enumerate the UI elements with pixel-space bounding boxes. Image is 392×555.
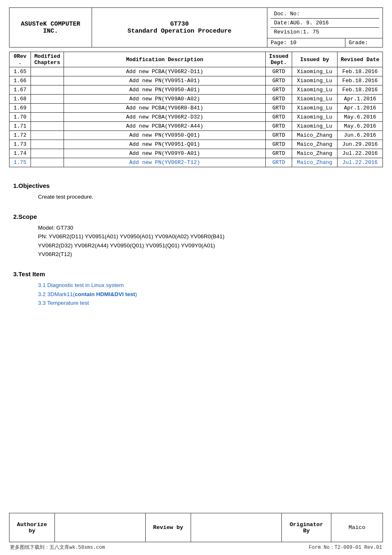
rev-table-row: 1.73Add new PN(YV0951-Q01)GRTDMaico_Zhan… [9,140,383,149]
test-item-31[interactable]: 3.1 Diagnostic test in Linux system [38,281,379,290]
col-rev: 0Rev. [9,52,31,67]
rev-cell: GRTD [266,104,292,113]
page: ASUSTeK COMPUTER INC. GT730 Standard Ope… [0,0,392,555]
rev-cell [31,104,64,113]
rev-cell: Maico_Zhang [292,140,338,149]
test-item-32[interactable]: 3.2 3DMark11(contain HDMI&DVI test) [38,290,379,299]
company-name: ASUSTeK COMPUTER INC. [9,8,92,47]
rev-cell: Add new PN(YV0950-Q01) [64,131,266,140]
rev-cell [31,113,64,122]
test-item-title: 3.Test Item [13,270,379,278]
rev-cell: Add new PN(YV0950-A01) [64,85,266,95]
rev-cell: 1.70 [9,113,31,122]
rev-cell [31,85,64,95]
originator-value: Maico [331,513,383,542]
rev-cell [31,158,64,167]
rev-cell: 1.67 [9,85,31,95]
rev-table-row: 1.68Add new PN(YV09A0-A02)GRTDXiaoming_L… [9,95,383,104]
scope-title: 2.Scope [13,213,379,220]
bottom-bar: 更多图纸下载到：五八文库wk.58sms.com Form No：T2-009-… [9,544,383,551]
test-item-33[interactable]: 3.3 Temperature test [38,299,379,308]
rev-cell: Feb.18.2016 [338,76,383,85]
grade-label: Grade: [345,38,383,47]
rev-cell: 1.69 [9,104,31,113]
rev-cell: Add new PCBA(YV06R0-B41) [64,104,266,113]
rev-cell: May.6.2016 [338,122,383,131]
rev-table-row: 1.74Add new PN(YV09Y0-A01)GRTDMaico_Zhan… [9,149,383,158]
rev-cell: Add new PN(YV09A0-A02) [64,95,266,104]
date-row: Date:AUG. 9. 2016 [271,19,379,28]
rev-cell: Add new PCBA(YV06R2-D32) [64,113,266,122]
rev-cell: GRTD [266,149,292,158]
header-page-grade: Page: 10 Grade: [267,38,383,47]
bottom-left: 更多图纸下载到：五八文库wk.58sms.com [10,544,105,551]
procedure-name: Standard Operation Procedure [128,28,231,35]
revision-table: 0Rev. ModifiedChapters Modification Desc… [9,52,383,167]
objectives-title: 1.Objectives [13,182,379,189]
rev-cell: 1.74 [9,149,31,158]
rev-table-row: 1.71Add new PCBA(YV06R2-A44)GRTDXiaoming… [9,122,383,131]
rev-cell: 1.65 [9,67,31,76]
scope-model: Model: GT730 [38,223,379,232]
rev-cell: Xiaoming_Lu [292,67,338,76]
authorize-value [55,513,146,542]
col-dept: IssuedDept. [266,52,292,67]
rev-cell: Xiaoming_Lu [292,113,338,122]
col-chapters: ModifiedChapters [31,52,64,67]
rev-cell: GRTD [266,76,292,85]
col-revdate: Revised Date [338,52,383,67]
rev-cell: Maico_Zhang [292,149,338,158]
rev-cell: GRTD [266,85,292,95]
col-issuedby: Issued by [292,52,338,67]
revision-row: Revision:1. 75 [271,28,379,36]
rev-cell [31,131,64,140]
rev-cell: Add new PCBA(YV06R2-A44) [64,122,266,131]
rev-cell: Jun.6.2016 [338,131,383,140]
test-item-32-bold: contain HDMI&DVI test [75,291,135,297]
objectives-body: Create test procedure. [13,192,379,202]
rev-cell: Jul.22.2016 [338,149,383,158]
bottom-right: Form No：T2-009-01 Rev.01 [309,544,382,551]
section-test-item: 3.Test Item 3.1 Diagnostic test in Linux… [13,270,379,308]
rev-cell: Xiaoming_Lu [292,76,338,85]
page-label: Page: 10 [267,38,345,47]
rev-table-row: 1.72Add new PN(YV0950-Q01)GRTDMaico_Zhan… [9,131,383,140]
rev-cell [31,140,64,149]
rev-cell [31,95,64,104]
rev-cell: 1.72 [9,131,31,140]
product-procedure: GT730 Standard Operation Procedure [92,8,267,47]
scope-pn2: YV06R2(D32) YV06R2(A44) YV0950(Q01) YV09… [38,241,379,250]
rev-cell [31,122,64,131]
rev-cell: Apr.1.2016 [338,104,383,113]
rev-cell: Feb.18.2016 [338,67,383,76]
rev-cell: Add new PCBA(YV06R2-D11) [64,67,266,76]
rev-cell: 1.71 [9,122,31,131]
footer-table: Authorize by Review by Originator By Mai… [9,513,383,542]
section-scope: 2.Scope Model: GT730 PN: YV06R2(D11) YV0… [13,213,379,259]
scope-pn1: PN: YV06R2(D11) YV0951(A01) YV0950(A01) … [38,232,379,241]
rev-cell: Add new PN(YV09Y0-A01) [64,149,266,158]
section-objectives: 1.Objectives Create test procedure. [13,182,379,202]
review-label: Review by [146,513,191,542]
product-name: GT730 [170,21,189,28]
originator-label: Originator By [282,513,331,542]
rev-cell: 1.73 [9,140,31,149]
rev-cell: Xiaoming_Lu [292,122,338,131]
rev-cell: Xiaoming_Lu [292,85,338,95]
rev-table-row: 1.66Add new PN(YV0951-A01)GRTDXiaoming_L… [9,76,383,85]
test-item-body: 3.1 Diagnostic test in Linux system 3.2 … [13,281,379,308]
rev-cell: 1.68 [9,95,31,104]
rev-cell: GRTD [266,158,292,167]
rev-table-row: 1.65Add new PCBA(YV06R2-D11)GRTDXiaoming… [9,67,383,76]
rev-cell: Jun.29.2016 [338,140,383,149]
header-right-inner: Doc. No: Date:AUG. 9. 2016 Revision:1. 7… [271,9,379,36]
rev-cell: GRTD [266,95,292,104]
col-desc: Modification Description [64,52,266,67]
rev-cell: GRTD [266,140,292,149]
rev-table-row: 1.67Add new PN(YV0950-A01)GRTDXiaoming_L… [9,85,383,95]
rev-cell: GRTD [266,67,292,76]
rev-cell: Add new PN(YV0951-A01) [64,76,266,85]
rev-cell: Jul.22.2016 [338,158,383,167]
main-content: 1.Objectives Create test procedure. 2.Sc… [9,175,383,416]
rev-table-row: 1.70Add new PCBA(YV06R2-D32)GRTDXiaoming… [9,113,383,122]
